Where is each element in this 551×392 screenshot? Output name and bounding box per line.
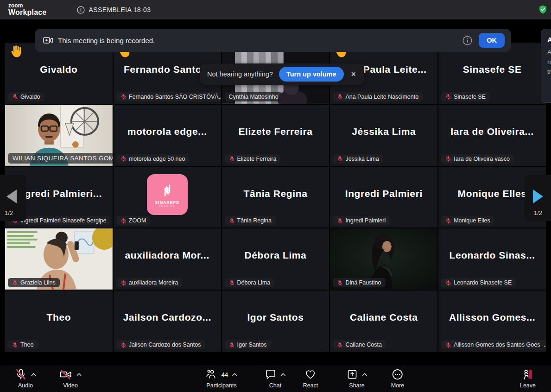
participant-tile[interactable]: Igor Santos Igor Santos (222, 291, 329, 352)
participant-tile[interactable]: Débora Lima Débora Lima (222, 228, 329, 290)
participant-tile[interactable]: WILIAN SIQUEIRA SANTOS GOMES (5, 105, 113, 166)
recording-banner: This meeting is being recorded. OK (35, 29, 511, 52)
participant-name-label: Theo (20, 341, 34, 348)
gallery-next-page-button[interactable]: 1/2 (525, 175, 551, 221)
participant-name-label: Ana Paula Leite Nascimento (345, 94, 418, 100)
participant-tile[interactable]: Jéssika Lima Jéssika Lima (330, 105, 437, 166)
participant-name-label: Allisson Gomes dos Santos Goes -... (454, 341, 546, 348)
muted-mic-icon (445, 342, 451, 348)
participant-tile[interactable]: Diná Faustino (330, 228, 437, 290)
participant-display-name: auxiliadora Mor... (114, 250, 221, 261)
participant-tile[interactable]: auxiliadora Mor... auxiliadora Moreira (114, 228, 221, 290)
participant-display-name: motorola edge... (114, 126, 221, 137)
participant-name-chip: Tânia Regina (225, 216, 276, 225)
security-shield-icon[interactable] (538, 5, 548, 14)
banner-info-icon[interactable] (462, 36, 472, 45)
participants-icon (206, 369, 217, 380)
muted-mic-icon (120, 280, 127, 286)
muted-mic-icon (337, 342, 343, 348)
participant-tile[interactable]: Leonardo Sinas... Leonardo Sinasefe SE (438, 228, 546, 290)
participant-name-chip: Caliane Costa (333, 340, 386, 349)
muted-mic-icon (445, 280, 451, 286)
muted-mic-icon (445, 218, 451, 224)
more-button[interactable]: More (391, 368, 404, 389)
share-button[interactable]: Share (347, 368, 367, 389)
participant-tile[interactable]: Jailson Cardozo... Jailson Cardozo dos S… (114, 291, 221, 352)
page-indicator: 1/2 (5, 209, 13, 216)
participant-display-name: Igor Santos (222, 312, 329, 323)
audio-button[interactable]: Audio (15, 368, 36, 389)
video-button[interactable]: Video (59, 368, 82, 389)
participant-tile[interactable]: SINASEFE SERGIPE ZOOM (114, 167, 221, 228)
participant-name-label: motorola edge 50 neo (129, 156, 185, 162)
side-tooltip-line: tr (547, 67, 551, 77)
participant-tile[interactable]: Graziela Llins (5, 228, 113, 290)
recording-ok-button[interactable]: OK (479, 33, 505, 48)
recording-banner-text: This meeting is being recorded. (58, 37, 155, 44)
participant-name-chip: Ana Paula Leite Nascimento (333, 92, 423, 101)
side-tooltip-title: A (547, 36, 551, 44)
side-tooltip: A A ri tr (541, 29, 551, 103)
share-options-caret-icon[interactable] (362, 373, 367, 376)
participant-name-label: Diná Faustino (345, 279, 381, 286)
muted-mic-icon (445, 94, 451, 100)
participant-tile[interactable]: Tânia Regina Tânia Regina (222, 167, 329, 228)
muted-mic-icon (337, 156, 343, 162)
participant-display-name: Jailson Cardozo... (114, 312, 221, 323)
participant-name-label: Jéssika Lima (345, 156, 379, 162)
next-arrow-icon (533, 190, 543, 203)
audio-options-caret-icon[interactable] (31, 373, 36, 376)
participant-name-chip: Diná Faustino (333, 278, 385, 287)
muted-mic-icon (12, 342, 18, 348)
muted-mic-icon (120, 94, 127, 100)
participant-display-name: Leonardo Sinas... (438, 250, 546, 261)
muted-mic-icon (229, 280, 235, 286)
participant-display-name: Allisson Gomes... (438, 312, 546, 323)
raised-hand-icon (9, 44, 23, 58)
sinasefe-avatar: SINASEFE SERGIPE (147, 174, 188, 215)
participant-tile[interactable]: Theo Theo (5, 291, 113, 352)
participant-name-chip: Jéssika Lima (333, 154, 383, 164)
turn-up-volume-button[interactable]: Turn up volume (279, 67, 344, 82)
participant-display-name: Caliane Costa (330, 312, 437, 323)
gallery-prev-page-button[interactable]: 1/2 (0, 175, 26, 221)
participant-name-label: Jailson Cardozo dos Santos (129, 341, 201, 348)
participant-name-chip: Ingredi Palmieri (333, 216, 390, 225)
participant-name-label: Graziela Llins (20, 279, 56, 286)
participant-gallery: Givaldo Givaldo Fernando Santo... Fernan… (5, 43, 546, 352)
participant-name-chip: Theo (8, 340, 38, 349)
meeting-toolbar: Audio Video 44 Participants (0, 365, 551, 392)
leave-button[interactable]: Leave (520, 368, 536, 389)
participants-button[interactable]: 44 Participants (206, 368, 237, 389)
participant-display-name: Elizete Ferreira (222, 126, 329, 137)
muted-mic-icon (337, 218, 343, 224)
participant-display-name: Tânia Regina (222, 188, 329, 199)
participant-name-chip: Jailson Cardozo dos Santos (116, 340, 205, 349)
more-icon (392, 368, 404, 380)
video-options-caret-icon[interactable] (76, 373, 82, 376)
participant-display-name: Theo (5, 312, 113, 323)
chat-options-caret-icon[interactable] (281, 373, 286, 376)
participant-name-label: WILIAN SIQUEIRA SANTOS GOMES (13, 155, 113, 162)
participant-tile[interactable]: Ingredi Palmieri Ingredi Palmieri (330, 167, 437, 228)
participant-name-chip: Leonardo Sinasefe SE (441, 278, 516, 287)
participants-options-caret-icon[interactable] (232, 373, 237, 376)
participant-tile[interactable]: Iara de Oliveira... Iara de Oliveira vas… (438, 105, 546, 166)
zoom-workplace-logo: zoom Workplace (8, 3, 46, 16)
react-button[interactable]: React (303, 368, 318, 389)
participant-name-label: Givaldo (20, 94, 40, 100)
participant-tile[interactable]: motorola edge... motorola edge 50 neo (114, 105, 221, 166)
chat-button[interactable]: Chat (265, 368, 286, 389)
participant-tile[interactable]: Allisson Gomes... Allisson Gomes dos San… (438, 291, 546, 352)
participant-display-name: Givaldo (5, 64, 113, 75)
sinasefe-logo-subtitle: SERGIPE (159, 205, 175, 208)
volume-tooltip-close-icon[interactable]: × (350, 69, 358, 79)
participant-name-label: Ingredi Palmieri Sinasefe Sergipe (20, 217, 107, 224)
participant-tile[interactable]: Caliane Costa Caliane Costa (330, 291, 437, 352)
meeting-info-icon[interactable] (77, 6, 85, 14)
muted-mic-icon (229, 218, 235, 224)
participant-tile[interactable]: Elizete Ferreira Elizete Ferreira (222, 105, 329, 166)
participant-name-chip: Givaldo (8, 92, 44, 101)
participant-name-chip: Graziela Llins (8, 278, 60, 287)
prev-arrow-icon (6, 190, 17, 203)
